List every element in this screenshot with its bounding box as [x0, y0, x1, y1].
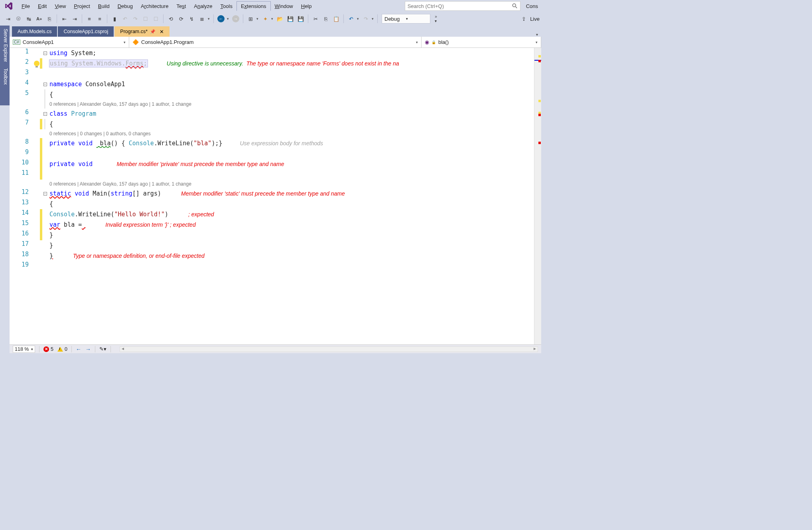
tab-program[interactable]: Program.cs* 📌 ✕ [114, 26, 169, 37]
warning-icon: ! [57, 347, 63, 352]
dd[interactable]: ▾ [357, 17, 360, 21]
dd[interactable]: ▾ [372, 17, 375, 21]
hint-error: Invalid expression term '}' ; expected [105, 221, 195, 228]
nav-class-dropdown[interactable]: 🔶 ConsoleApp1.Program ▾ [129, 37, 422, 47]
svg-line-1 [515, 7, 517, 8]
separator [243, 14, 243, 23]
tool-d8[interactable]: ≣ [197, 14, 207, 24]
lightbulb-icon[interactable] [34, 61, 39, 66]
csharp-icon: C# [13, 40, 20, 45]
live-share-icon[interactable]: ⇪ [519, 14, 528, 24]
paste-icon[interactable]: 📋 [331, 14, 341, 24]
codelens[interactable]: 0 references | 0 changes | 0 authors, 0 … [48, 129, 541, 138]
pin-icon[interactable]: 📌 [150, 29, 156, 34]
separator [343, 14, 344, 23]
tool-d6[interactable]: ⟳ [176, 14, 186, 24]
code-line[interactable]: using System.Windows.Forms; Using direct… [48, 58, 541, 69]
tool-d3[interactable]: ☐ [141, 14, 150, 24]
hint-unnecessary: Using directive is unnecessary. [167, 60, 243, 67]
pen-icon[interactable]: ✎▾ [99, 346, 106, 352]
search-icon [512, 3, 518, 9]
new-project-icon[interactable]: ⊞ [246, 14, 255, 24]
tool-indent-in[interactable]: ⇥ [70, 14, 79, 24]
separator [377, 14, 378, 23]
nav-project-dropdown[interactable]: C# ConsoleApp1 ▾ [10, 37, 129, 47]
menu-project[interactable]: Project [70, 2, 94, 11]
bookmark-icon[interactable]: ▮ [110, 14, 119, 24]
tool-d4[interactable]: ☐ [151, 14, 161, 24]
error-count[interactable]: ✕ 5 [43, 346, 53, 352]
copy-icon[interactable]: ⎘ [321, 14, 331, 24]
side-tab-server-explorer[interactable]: Server Explorer [0, 26, 10, 65]
hint-error: Member modifier 'static' must precede th… [181, 190, 345, 197]
tool-btn-3[interactable]: ↹ [24, 14, 34, 24]
dd[interactable]: ▾ [208, 17, 211, 21]
tool-btn-5[interactable]: ⎘ [45, 14, 54, 24]
separator [213, 14, 214, 23]
nav-prev-icon[interactable]: ← [76, 346, 81, 352]
hint-error: Member modifier 'private' must precede t… [116, 161, 284, 167]
new-item-icon[interactable]: ✦ [260, 14, 270, 24]
codelens[interactable]: 0 references | Alexander Gayko, 157 days… [48, 100, 541, 109]
search-box[interactable] [405, 1, 520, 11]
config-dropdown[interactable]: Debug ▾ [382, 14, 430, 24]
tool-btn-4[interactable]: A» [34, 14, 44, 24]
undo-icon[interactable]: ↶ [346, 14, 356, 24]
dd[interactable]: ▾ [271, 17, 274, 21]
save-icon[interactable]: 💾 [286, 14, 295, 24]
menu-edit[interactable]: Edit [34, 2, 51, 11]
right-panel-link[interactable]: Cons [523, 2, 541, 11]
error-marker [538, 114, 541, 116]
tool-d5[interactable]: ⟲ [166, 14, 175, 24]
tool-indent[interactable]: ≡ [95, 14, 104, 24]
hint-suggestion: Use expression body for methods [240, 140, 323, 146]
dd[interactable]: ▾ [256, 17, 260, 21]
tool-btn-2[interactable]: ⦾ [14, 14, 23, 24]
separator [308, 14, 308, 23]
menu-file[interactable]: File [18, 2, 34, 11]
nav-back[interactable]: ← [216, 14, 226, 24]
horizontal-scrollbar[interactable]: ◄ ► [120, 346, 538, 352]
tool-outdent[interactable]: ≡ [85, 14, 94, 24]
warning-count[interactable]: ! 0 [57, 346, 67, 352]
side-tab-toolbox[interactable]: Toolbox [0, 65, 10, 88]
menu-window[interactable]: Window [271, 2, 297, 11]
menu-build[interactable]: Build [94, 2, 114, 11]
tool-btn-1[interactable]: ⇥ [3, 14, 13, 24]
editor-status-bar: 118 %▾ ✕ 5 ! 0 ← → ✎▾ ◄ ► [10, 344, 541, 353]
zoom-dropdown[interactable]: 118 %▾ [13, 346, 35, 353]
menu-view[interactable]: View [51, 2, 70, 11]
tool-d2[interactable]: ↷ [130, 14, 140, 24]
dd[interactable]: ▾ [227, 17, 230, 21]
redo-icon[interactable]: ↷ [361, 14, 371, 24]
overflow-icon[interactable]: »▾ [431, 14, 441, 24]
cut-icon[interactable]: ✂ [311, 14, 320, 24]
menu-extensions[interactable]: Extensions [237, 1, 271, 11]
navigation-bar: C# ConsoleApp1 ▾ 🔶 ConsoleApp1.Program ▾… [10, 37, 541, 48]
menu-analyze[interactable]: Analyze [190, 2, 216, 11]
live-share-label[interactable]: Live [530, 16, 540, 22]
close-icon[interactable]: ✕ [160, 29, 164, 35]
config-value: Debug [384, 16, 406, 22]
code-line[interactable]: using System; [48, 48, 541, 58]
save-all-icon[interactable]: 💾 [296, 14, 305, 24]
menu-tools[interactable]: Tools [217, 2, 237, 11]
menu-help[interactable]: Help [297, 2, 316, 11]
vertical-scrollbar[interactable] [534, 48, 541, 344]
menu-architecture[interactable]: Architecture [137, 2, 172, 11]
menu-test[interactable]: Test [172, 2, 190, 11]
nav-next-icon[interactable]: → [85, 346, 91, 352]
open-icon[interactable]: 📂 [275, 14, 285, 24]
tab-auth-models[interactable]: Auth.Models.cs [12, 26, 57, 37]
search-input[interactable] [408, 3, 512, 9]
codelens[interactable]: 0 references | Alexander Gayko, 157 days… [48, 180, 541, 188]
menu-debug[interactable]: Debug [114, 2, 137, 11]
nav-fwd[interactable]: → [231, 14, 240, 24]
code-editor[interactable]: ⬍ 1 − using System; 2 using System.Windo… [10, 48, 541, 344]
tool-d1[interactable]: ↶ [120, 14, 130, 24]
tab-overflow[interactable]: ▾ [536, 32, 541, 37]
tab-csproj[interactable]: ConsoleApp1.csproj [58, 26, 114, 37]
tool-d7[interactable]: ↯ [187, 14, 196, 24]
tool-indent-out[interactable]: ⇤ [59, 14, 69, 24]
nav-member-dropdown[interactable]: ◉ 🔒 bla() ▾ [422, 37, 541, 47]
